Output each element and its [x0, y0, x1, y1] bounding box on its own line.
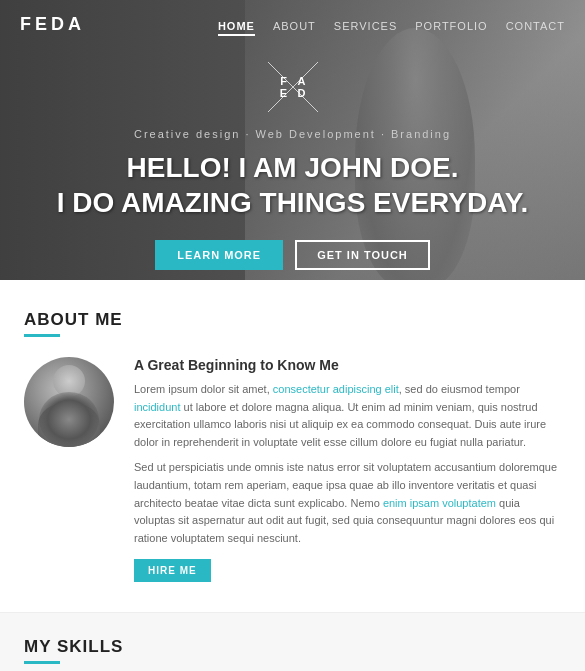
nav-item-services[interactable]: SERVICES	[334, 16, 397, 34]
nav-link-portfolio[interactable]: PORTFOLIO	[415, 20, 487, 32]
about-content: A Great Beginning to Know Me Lorem ipsum…	[24, 357, 561, 582]
learn-more-button[interactable]: LEARN MORE	[155, 240, 283, 270]
nav-link-home[interactable]: HOME	[218, 20, 255, 36]
nav-item-contact[interactable]: CONTACT	[506, 16, 565, 34]
about-highlight3: enim ipsam	[383, 497, 439, 509]
emblem-letter-a: A	[298, 75, 306, 87]
hero-content: Creative design · Web Development · Bran…	[0, 117, 585, 280]
emblem-letters: F A E D	[275, 69, 311, 105]
about-highlight2: incididunt	[134, 401, 180, 413]
emblem-letter-e: E	[280, 87, 287, 99]
about-para2: Sed ut perspiciatis unde omnis iste natu…	[134, 459, 561, 547]
nav-item-portfolio[interactable]: PORTFOLIO	[415, 16, 487, 34]
nav-link-contact[interactable]: CONTACT	[506, 20, 565, 32]
hero-title: HELLO! I AM JOHN DOE. I DO AMAZING THING…	[57, 150, 528, 220]
hero-section: FEDA HOME ABOUT SERVICES PORTFOLIO CONTA…	[0, 0, 585, 280]
nav-link-about[interactable]: ABOUT	[273, 20, 316, 32]
avatar-head	[53, 365, 85, 397]
skills-title-underline	[24, 661, 60, 664]
about-para1: Lorem ipsum dolor sit amet, consectetur …	[134, 381, 561, 451]
hero-title-line1: HELLO! I AM JOHN DOE.	[127, 152, 459, 183]
avatar-body	[38, 402, 100, 447]
avatar	[24, 357, 114, 447]
skills-section-title: MY SKILLS	[24, 637, 561, 657]
hero-tagline: Creative design · Web Development · Bran…	[134, 128, 451, 140]
nav-item-about[interactable]: ABOUT	[273, 16, 316, 34]
hero-title-line2: I DO AMAZING THINGS EVERYDAY.	[57, 187, 528, 218]
nav-links: HOME ABOUT SERVICES PORTFOLIO CONTACT	[218, 16, 565, 34]
skills-section: MY SKILLS Lorem ipsum dolor sit amet, co…	[0, 612, 585, 671]
about-section: ABOUT ME A Great Beginning to Know Me Lo…	[0, 280, 585, 612]
hero-emblem-container: F A E D	[0, 57, 585, 117]
about-text: A Great Beginning to Know Me Lorem ipsum…	[134, 357, 561, 582]
hire-me-button[interactable]: HIRE ME	[134, 559, 211, 582]
nav-item-home[interactable]: HOME	[218, 16, 255, 34]
hero-buttons: LEARN MORE GET IN TOUCH	[155, 240, 430, 270]
main-nav: FEDA HOME ABOUT SERVICES PORTFOLIO CONTA…	[0, 0, 585, 49]
get-in-touch-button[interactable]: GET IN TOUCH	[295, 240, 430, 270]
about-title-underline	[24, 334, 60, 337]
about-highlight1: consectetur adipiscing elit	[273, 383, 399, 395]
emblem-letter-d: D	[298, 87, 306, 99]
about-highlight4: voluptatem	[442, 497, 496, 509]
about-section-title: ABOUT ME	[24, 310, 561, 330]
hero-emblem: F A E D	[263, 57, 323, 117]
logo: FEDA	[20, 14, 85, 35]
avatar-container	[24, 357, 114, 582]
nav-link-services[interactable]: SERVICES	[334, 20, 397, 32]
about-subtitle: A Great Beginning to Know Me	[134, 357, 561, 373]
emblem-letter-f: F	[280, 75, 287, 87]
